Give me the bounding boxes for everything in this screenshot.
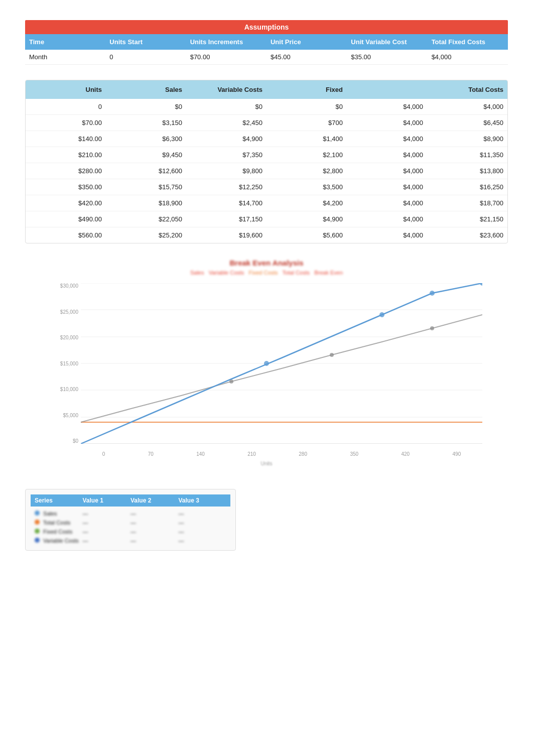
- assumptions-data-time: Month: [25, 52, 105, 62]
- table-cell: $3,150: [106, 117, 186, 128]
- table-cell: $14,700: [186, 198, 266, 208]
- legend-cell-label: Fixed Costs: [35, 529, 83, 535]
- table-row: $490.00$22,050$17,150$4,900$4,000$21,150: [26, 211, 507, 227]
- table-cell: $2,800: [266, 166, 347, 176]
- legend-row: Sales — — —: [31, 509, 230, 518]
- table-cell: $4,000: [347, 101, 427, 112]
- legend-color-dot: [35, 529, 40, 534]
- table-cell: $70.00: [26, 117, 106, 128]
- legend-cell-v1: —: [83, 520, 131, 526]
- legend-header-series: Series: [35, 497, 83, 504]
- table-row: $350.00$15,750$12,250$3,500$4,000$16,250: [26, 179, 507, 195]
- legend-header-v2: Value 2: [130, 497, 179, 504]
- legend-cell-label: Variable Costs: [35, 538, 83, 544]
- table-cell: $22,050: [106, 214, 186, 224]
- table-cell: $420.00: [26, 198, 106, 208]
- table-cell: $18,700: [427, 198, 507, 208]
- x-label-420: 420: [401, 451, 410, 457]
- legend-row: Fixed Costs — — —: [31, 527, 230, 536]
- chart-title: Break Even Analysis: [25, 259, 508, 267]
- assumptions-header-unit-variable-cost: Unit Variable Cost: [347, 37, 427, 47]
- table-cell: $3,500: [266, 182, 347, 192]
- legend-color-dot: [35, 511, 40, 516]
- col-header-sales: Sales: [106, 84, 186, 95]
- assumptions-header-units-start: Units Start: [105, 37, 186, 47]
- assumptions-header-units-increments: Units Increments: [186, 37, 266, 47]
- legend-cell-v2: —: [130, 511, 179, 517]
- legend-row: Total Costs — — —: [31, 518, 230, 527]
- table-cell: $15,750: [106, 182, 186, 192]
- table-cell: $560.00: [26, 230, 106, 240]
- table-cell: $0: [186, 101, 266, 112]
- table-row: $560.00$25,200$19,600$5,600$4,000$23,600: [26, 227, 507, 243]
- data-table-header: Units Sales Variable Costs Fixed Total C…: [26, 80, 507, 99]
- table-cell: $19,600: [186, 230, 266, 240]
- legend-cell-v2: —: [130, 529, 179, 535]
- chart-subtitle-total: Total Costs: [283, 270, 310, 276]
- chart-container: $30,000 $25,000 $20,000 $15,000 $10,000 …: [51, 283, 482, 464]
- assumptions-header-time: Time: [25, 37, 105, 47]
- table-cell: $1,400: [266, 134, 347, 144]
- legend-header: Series Value 1 Value 2 Value 3: [31, 494, 230, 507]
- table-cell: $5,600: [266, 230, 347, 240]
- assumptions-header-total-fixed-costs: Total Fixed Costs: [428, 37, 508, 47]
- assumptions-data-units-start: 0: [105, 52, 186, 62]
- table-cell: $0: [266, 101, 347, 112]
- col-header-fixed2: [347, 84, 427, 95]
- table-cell: $16,250: [427, 182, 507, 192]
- x-label-210: 210: [247, 451, 256, 457]
- table-cell: $23,600: [427, 230, 507, 240]
- legend-cell-label: Total Costs: [35, 520, 83, 526]
- legend-cell-v1: —: [83, 529, 131, 535]
- chart-y-labels: $30,000 $25,000 $20,000 $15,000 $10,000 …: [51, 283, 81, 444]
- x-label-0: 0: [102, 451, 105, 457]
- table-cell: $4,200: [266, 198, 347, 208]
- y-label-20000: $20,000: [60, 335, 78, 340]
- table-cell: $4,000: [427, 101, 507, 112]
- table-row: $210.00$9,450$7,350$2,100$4,000$11,350: [26, 147, 507, 163]
- x-label-350: 350: [350, 451, 358, 457]
- table-cell: $18,900: [106, 198, 186, 208]
- assumptions-title: Assumptions: [25, 20, 508, 34]
- table-cell: $2,100: [266, 150, 347, 160]
- x-label-70: 70: [148, 451, 154, 457]
- chart-area: [81, 283, 482, 444]
- table-row: $280.00$12,600$9,800$2,800$4,000$13,800: [26, 163, 507, 179]
- table-cell: $4,900: [186, 134, 266, 144]
- table-row: $70.00$3,150$2,450$700$4,000$6,450: [26, 115, 507, 131]
- y-label-10000: $10,000: [60, 387, 78, 392]
- table-cell: $12,600: [106, 166, 186, 176]
- legend-color-dot: [35, 520, 40, 525]
- data-rows-container: 0$0$0$0$4,000$4,000$70.00$3,150$2,450$70…: [26, 99, 507, 243]
- y-label-25000: $25,000: [60, 309, 78, 315]
- table-cell: $4,000: [347, 198, 427, 208]
- table-cell: $210.00: [26, 150, 106, 160]
- assumptions-data-unit-variable-cost: $35.00: [347, 52, 427, 62]
- assumptions-data-units-increments: $70.00: [186, 52, 266, 62]
- col-header-variable-costs: Variable Costs: [186, 84, 266, 95]
- table-cell: $280.00: [26, 166, 106, 176]
- assumptions-section: Assumptions Time Units Start Units Incre…: [25, 20, 508, 65]
- legend-cell-v1: —: [83, 538, 131, 544]
- table-cell: $7,350: [186, 150, 266, 160]
- legend-header-v1: Value 1: [83, 497, 131, 504]
- legend-header-v3: Value 3: [179, 497, 227, 504]
- table-cell: $6,300: [106, 134, 186, 144]
- table-cell: $700: [266, 117, 347, 128]
- table-cell: $4,000: [347, 214, 427, 224]
- chart-subtitle-fixed: Fixed Costs: [249, 270, 278, 276]
- y-label-0: $0: [73, 438, 78, 444]
- table-cell: $2,450: [186, 117, 266, 128]
- table-cell: $4,000: [347, 182, 427, 192]
- table-cell: $17,150: [186, 214, 266, 224]
- legend-cell-v3: —: [179, 529, 227, 535]
- legend-cell-v1: —: [83, 511, 131, 517]
- table-cell: $490.00: [26, 214, 106, 224]
- chart-section: Break Even Analysis Sales Variable Costs…: [25, 259, 508, 464]
- legend-cell-label: Sales: [35, 511, 83, 517]
- chart-subtitle: Sales Variable Costs Fixed Costs Total C…: [25, 270, 508, 276]
- table-cell: $11,350: [427, 150, 507, 160]
- table-cell: $0: [106, 101, 186, 112]
- y-label-30000: $30,000: [60, 283, 78, 289]
- table-cell: $8,900: [427, 134, 507, 144]
